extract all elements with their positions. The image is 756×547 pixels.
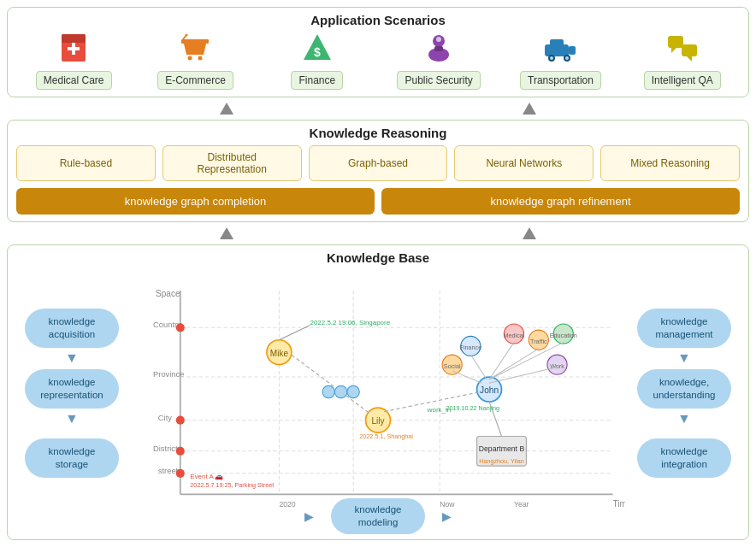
knowledge-acquisition-ellipse: knowledge acquisition [25,309,119,348]
arrow-management-to-understanding: ▼ [677,353,691,364]
svg-point-14 [436,37,441,42]
kg-tasks-row: knowledge graph completion knowledge gra… [16,188,740,215]
svg-point-47 [176,323,185,332]
up-arrow-left [220,103,233,115]
knowledge-integration-ellipse: knowledge integration [637,438,731,478]
svg-text:2022.5.2 19:06, Singapore: 2022.5.2 19:06, Singapore [310,319,391,326]
public-security-label: Public Security [397,71,480,90]
svg-marker-25 [687,56,692,62]
svg-text:Lily: Lily [371,416,385,426]
svg-line-67 [489,349,539,379]
knowledge-storage-ellipse: knowledge storage [25,438,119,478]
method-graph-based: Graph-based [309,145,448,181]
svg-text:2022.5.7 19:25, Parking Street: 2022.5.7 19:25, Parking Street [190,481,274,489]
finance-icon: $ [302,32,333,68]
up-arrow-right [523,103,536,115]
svg-text:Medical: Medical [504,332,525,339]
arrows-reasoning-to-app [7,227,749,239]
medical-care-icon [58,32,89,68]
scenario-intelligent-qa: Intelligent QA [625,32,740,90]
svg-text:street: street [158,466,179,475]
svg-text:2019.10.22 Nanjing: 2019.10.22 Nanjing [446,404,499,412]
transportation-icon [543,32,577,68]
svg-text:Finance: Finance [460,344,482,351]
svg-rect-16 [550,39,564,48]
svg-line-73 [489,368,557,384]
svg-rect-13 [434,46,443,51]
svg-text:2022.5.1, Shanghai: 2022.5.1, Shanghai [359,432,413,440]
kg-visualization: Space Country Province City District str… [131,270,625,533]
svg-text:District: District [153,444,178,453]
arrows-kb-to-reasoning [7,103,749,115]
scenario-finance: $ Finance [260,32,375,90]
knowledge-base-title: Knowledge Base [16,250,740,265]
svg-line-76 [470,355,487,379]
svg-text:Department B: Department B [479,444,525,453]
scenarios-row: Medical Care E-Commerce [16,32,740,90]
public-security-icon [423,32,454,68]
svg-line-83 [292,355,370,414]
svg-point-48 [176,416,185,425]
svg-text:Mike: Mike [270,349,289,358]
svg-marker-23 [671,48,676,53]
arrow-acquisition-to-representation: ▼ [65,353,79,364]
svg-text:Traffic: Traffic [530,338,547,345]
medical-care-label: Medical Care [36,71,112,90]
kg-refinement-box: knowledge graph refinement [381,188,740,215]
method-mixed-reasoning: Mixed Reasoning [600,145,740,181]
svg-text:City: City [158,413,172,422]
method-rule-based: Rule-based [16,145,156,181]
e-commerce-icon [180,32,210,68]
svg-point-89 [334,385,346,397]
svg-point-88 [322,385,334,397]
svg-text:Social: Social [444,362,461,370]
up-arrow-right2 [523,227,536,239]
svg-text:Event A 🚗: Event A 🚗 [190,472,223,480]
e-commerce-label: E-Commerce [157,71,233,90]
app-scenarios-section: Application Scenarios Medical Care [7,7,749,97]
kg-completion-box: knowledge graph completion [16,188,375,215]
svg-point-8 [186,34,188,37]
svg-rect-3 [68,47,80,50]
app-scenarios-title: Application Scenarios [16,13,740,27]
knowledge-representation-ellipse: knowledge representation [25,369,119,409]
svg-text:Hangzhou, Yilan: Hangzhou, Yilan [479,457,524,465]
svg-line-64 [489,343,514,379]
svg-rect-4 [181,39,209,44]
svg-rect-24 [682,44,697,56]
knowledge-base-section: Knowledge Base knowledge acquisition ▼ k… [7,244,749,540]
svg-point-49 [176,447,185,456]
svg-point-90 [347,385,359,397]
svg-text:John: John [480,385,499,395]
svg-text:$: $ [314,45,321,59]
knowledge-modeling-ellipse: knowledge modeling [331,498,425,534]
svg-point-6 [198,56,203,61]
svg-rect-22 [668,36,683,48]
scenario-e-commerce: E-Commerce [138,32,252,90]
arrow-representation-to-storage: ▼ [65,414,79,425]
knowledge-reasoning-title: Knowledge Reasoning [16,126,740,140]
svg-point-50 [176,469,185,478]
reasoning-methods-row: Rule-based Distributed Representation Gr… [16,145,740,181]
svg-point-5 [188,56,192,61]
scenario-transportation: Transportation [503,32,617,90]
knowledge-understanding-ellipse: knowledge, understanding [637,369,731,409]
svg-text:Education: Education [550,332,577,339]
kg-svg: Space Country Province City District str… [131,270,625,533]
scenario-public-security: Public Security [381,32,496,90]
svg-point-21 [565,56,569,60]
svg-rect-1 [62,34,86,43]
svg-text:Province: Province [153,369,184,379]
scenario-medical-care: Medical Care [16,32,131,90]
transportation-label: Transportation [520,71,601,90]
svg-text:Space: Space [156,289,180,298]
knowledge-management-ellipse: knowledge management [637,309,731,348]
intelligent-qa-label: Intelligent QA [644,71,721,90]
svg-point-20 [550,56,553,60]
method-distributed: Distributed Representation [162,145,302,181]
main-container: Application Scenarios Medical Care [0,0,756,547]
up-arrow-left2 [220,227,233,239]
finance-label: Finance [291,71,343,90]
svg-text:Work: Work [550,362,564,370]
arrow-understanding-to-integration: ▼ [677,414,691,425]
